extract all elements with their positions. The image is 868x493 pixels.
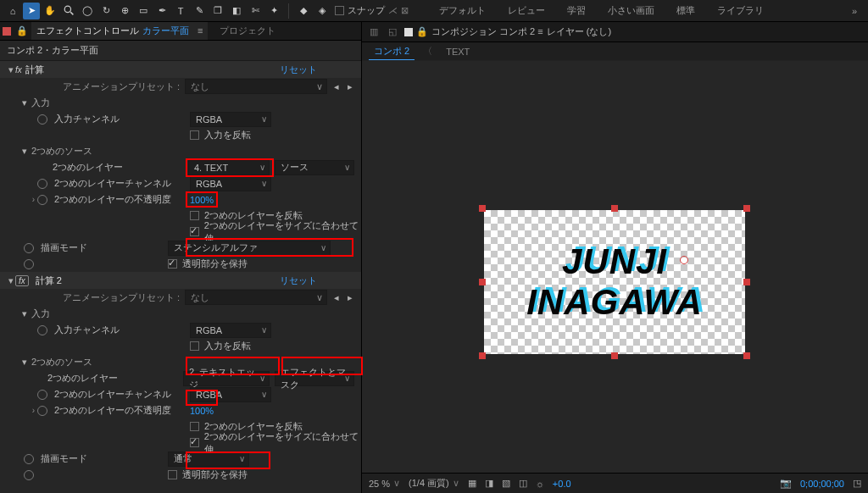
fx2-header[interactable]: ▾ fx 計算 2 リセット — [0, 272, 361, 289]
transform-handle[interactable] — [611, 205, 618, 212]
transform-handle[interactable] — [479, 279, 486, 285]
stopwatch-icon[interactable] — [37, 406, 47, 416]
tab-effect-controls[interactable]: エフェクトコントロール カラー平面 ≡ — [31, 22, 208, 40]
fx1-second-group[interactable]: ▾ 2つめのソース — [0, 143, 361, 159]
fx1-second-layer-mode-select[interactable]: ソース∨ — [275, 160, 354, 175]
resolution-select[interactable]: (1/4 画質) ∨ — [409, 477, 459, 490]
toolbar-extra-icon-2[interactable]: ◈ — [314, 3, 331, 19]
panel-locked-icon[interactable]: 🔒 — [16, 25, 28, 36]
pen-tool-icon[interactable]: ✒ — [153, 3, 170, 19]
clone-tool-icon[interactable]: ❐ — [209, 3, 226, 19]
fx2-fx-badge[interactable]: fx — [15, 275, 29, 286]
composition-viewer[interactable]: JUNJI JUNJI INAGAWA INAGAWA — [362, 61, 868, 473]
transform-handle[interactable] — [611, 352, 618, 359]
home-icon[interactable]: ⌂ — [4, 3, 21, 19]
snap-options-icon[interactable]: ⋌ — [388, 5, 398, 16]
tab-menu-icon[interactable]: ≡ — [537, 26, 542, 36]
tab-project[interactable]: プロジェクト — [220, 25, 275, 37]
fx2-preset-next-icon[interactable]: ▸ — [346, 292, 354, 303]
exposure-icon[interactable]: ☼ — [536, 479, 544, 489]
fx2-second-channel-select[interactable]: RGBA∨ — [190, 387, 271, 402]
fx2-fit-second-checkbox[interactable] — [190, 438, 199, 447]
viewer-canvas[interactable]: JUNJI JUNJI INAGAWA INAGAWA — [484, 210, 745, 354]
region-icon[interactable]: ◳ — [853, 478, 861, 489]
workspace-default[interactable]: デフォルト — [429, 1, 496, 20]
subtab-text[interactable]: TEXT — [441, 45, 475, 58]
anchor-tool-icon[interactable]: ⊕ — [116, 3, 133, 19]
fx2-reset-link[interactable]: リセット — [280, 274, 317, 287]
fx2-input-group[interactable]: ▾ 入力 — [0, 306, 361, 322]
fx1-invert-second-checkbox[interactable] — [190, 211, 199, 220]
fx1-second-layer-select[interactable]: 4. TEXT∨ — [188, 160, 270, 175]
transform-handle[interactable] — [479, 352, 486, 359]
tab-menu-icon[interactable]: ≡ — [198, 25, 203, 36]
fx1-reset-link[interactable]: リセット — [280, 64, 317, 76]
snap-toggle-icon[interactable]: ⊠ — [401, 5, 409, 16]
prev-key-icon[interactable]: › — [32, 406, 35, 415]
fx2-second-layer-mode-select[interactable]: エフェクトとマスク∨ — [275, 371, 354, 386]
fx2-input-channel-select[interactable]: RGBA∨ — [190, 323, 271, 338]
fx1-blend-mode-select[interactable]: ステンシルアルファ∨ — [168, 241, 331, 256]
puppet-tool-icon[interactable]: ✦ — [265, 3, 282, 19]
fx1-keep-transparent-checkbox[interactable] — [168, 259, 177, 269]
selection-tool-icon[interactable]: ➤ — [23, 3, 40, 19]
fx1-input-channel-select[interactable]: RGBA∨ — [190, 112, 271, 127]
fx1-anim-preset-select[interactable]: なし ∨ — [185, 79, 327, 94]
fx1-header[interactable]: ▾ fx 計算 リセット — [0, 61, 361, 78]
stopwatch-icon[interactable] — [24, 470, 34, 480]
workspace-learn[interactable]: 学習 — [557, 1, 596, 20]
viewer-icon-1[interactable]: ▥ — [365, 25, 382, 40]
brush-tool-icon[interactable]: ✎ — [191, 3, 208, 19]
fx1-fx-badge[interactable]: fx — [15, 65, 22, 75]
transform-handle[interactable] — [479, 205, 486, 212]
fx2-anim-preset-select[interactable]: なし ∨ — [185, 290, 327, 305]
stopwatch-icon[interactable] — [37, 195, 47, 205]
zoom-select[interactable]: 25 % ∨ — [369, 478, 400, 489]
fx1-invert-input-checkbox[interactable] — [190, 130, 199, 140]
fx2-invert-input-checkbox[interactable] — [190, 341, 199, 351]
fx2-preset-prev-icon[interactable]: ◂ — [332, 292, 341, 303]
fx2-invert-second-checkbox[interactable] — [190, 422, 199, 431]
roto-tool-icon[interactable]: ✄ — [247, 3, 264, 19]
orbit-tool-icon[interactable]: ◯ — [79, 3, 96, 19]
stopwatch-icon[interactable] — [37, 179, 47, 189]
stopwatch-icon[interactable] — [37, 325, 47, 335]
fx1-fit-second-checkbox[interactable] — [190, 227, 199, 236]
fx1-second-channel-select[interactable]: RGBA∨ — [190, 176, 271, 191]
snap-checkbox[interactable] — [335, 6, 344, 15]
fx1-preset-prev-icon[interactable]: ◂ — [332, 81, 341, 92]
snapshot-icon[interactable]: 📷 — [780, 478, 792, 489]
panel-locked-icon[interactable]: 🔒 — [416, 26, 428, 37]
subtab-comp[interactable]: コンポ 2 — [369, 43, 415, 60]
tab-layer-none[interactable]: レイヤー (なし) — [547, 25, 611, 38]
viewer-toggle-3[interactable]: ▧ — [502, 478, 510, 489]
fx1-preset-next-icon[interactable]: ▸ — [346, 81, 354, 92]
viewer-toggle-4[interactable]: ◫ — [519, 478, 527, 489]
type-tool-icon[interactable]: T — [172, 3, 189, 19]
workspace-review[interactable]: レビュー — [498, 1, 555, 20]
prev-key-icon[interactable]: › — [32, 195, 35, 204]
fx2-second-layer-select[interactable]: 2. テキストエッジ∨ — [183, 371, 270, 386]
eraser-tool-icon[interactable]: ◧ — [228, 3, 245, 19]
exposure-value[interactable]: +0.0 — [553, 479, 571, 489]
hand-tool-icon[interactable]: ✋ — [42, 3, 58, 19]
effect-controls-scroll[interactable]: ▾ fx 計算 リセット アニメーションプリセット : なし ∨ ◂ ▸ ▾ 入… — [0, 61, 361, 493]
fx2-second-opacity-value[interactable]: 100% — [190, 406, 214, 416]
workspace-overflow-icon[interactable]: » — [844, 3, 865, 19]
fx2-blend-mode-select[interactable]: 通常∨ — [168, 451, 249, 467]
fx1-second-opacity-value[interactable]: 100% — [190, 195, 214, 205]
viewer-toggle-2[interactable]: ◨ — [485, 478, 493, 489]
tab-composition[interactable]: コンポジション コンポ 2 ≡ — [431, 25, 543, 38]
stopwatch-icon[interactable] — [37, 114, 47, 125]
stopwatch-icon[interactable] — [24, 243, 34, 253]
toolbar-extra-icon-1[interactable]: ◆ — [295, 3, 312, 19]
workspace-small[interactable]: 小さい画面 — [598, 1, 665, 20]
fx2-twirl-icon[interactable]: ▾ — [7, 275, 15, 286]
stopwatch-icon[interactable] — [37, 390, 47, 400]
viewer-toggle-1[interactable]: ▦ — [468, 478, 476, 489]
workspace-library[interactable]: ライブラリ — [707, 1, 774, 20]
current-time[interactable]: 0;00;00;00 — [800, 479, 844, 489]
transform-handle[interactable] — [743, 205, 750, 212]
workspace-standard[interactable]: 標準 — [666, 1, 705, 20]
stopwatch-icon[interactable] — [24, 454, 34, 464]
